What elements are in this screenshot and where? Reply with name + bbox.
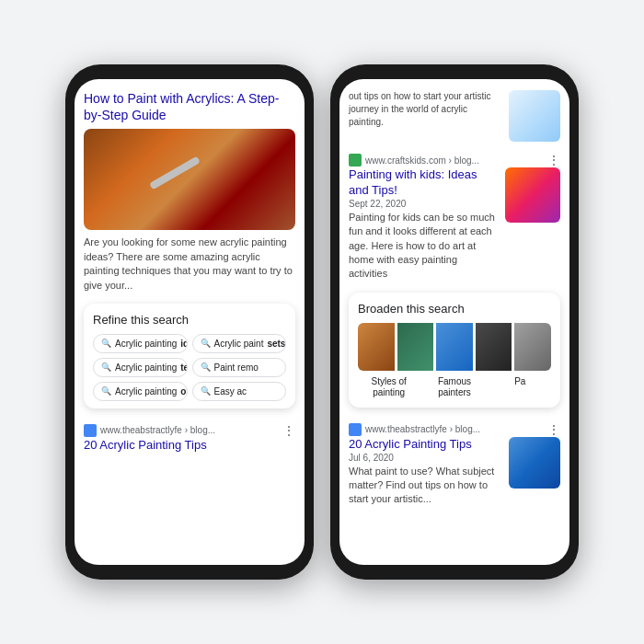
broaden-labels-row: Styles of painting Famous painters Pa [358, 376, 551, 398]
broaden-img-5 [514, 323, 551, 371]
favicon-kids [349, 154, 362, 167]
phone-left: How to Paint with Acrylics: A Step-by-St… [65, 64, 314, 580]
search-icon-chip4: 🔍 [201, 362, 211, 372]
refine-search-box: Refine this search 🔍 Acrylic painting id… [84, 304, 295, 408]
chip-paint-remo[interactable]: 🔍 Paint remo [192, 358, 287, 377]
source-url-left: www.theabstractlyfe › blog... [100, 425, 215, 435]
phone-right: out tips on how to start your artistic j… [330, 64, 579, 580]
chip-easy[interactable]: 🔍 Easy ac [192, 382, 287, 401]
broaden-images-row [358, 323, 551, 371]
source-dots-right[interactable]: ⋮ [547, 422, 560, 437]
phone-left-content: How to Paint with Acrylics: A Step-by-St… [75, 79, 305, 565]
broaden-img-2 [397, 323, 434, 371]
broaden-img-3 [436, 323, 473, 371]
bottom-result-right: www.theabstractlyfe › blog... ⋮ 20 Acryl… [349, 419, 560, 507]
chip-techniques[interactable]: 🔍 Acrylic painting techniques [93, 358, 188, 377]
favicon-right [349, 423, 362, 436]
source-row-right: www.theabstractlyfe › blog... ⋮ [349, 422, 560, 437]
search-icon-chip3: 🔍 [101, 362, 111, 372]
top-snippet-content: out tips on how to start your artistic j… [349, 90, 501, 129]
article-heading: How to Paint with Acrylics: A Step-by-St… [84, 90, 295, 123]
top-snippet-text: out tips on how to start your artistic j… [349, 90, 501, 134]
bottom-article-row: 20 Acrylic Painting Tips Jul 6, 2020 Wha… [349, 437, 560, 507]
bottom-result-title-right[interactable]: 20 Acrylic Painting Tips [349, 437, 501, 453]
refine-heading: Refine this search [93, 313, 286, 327]
broaden-label-styles[interactable]: Styles of painting [358, 376, 420, 398]
phone-left-screen: How to Paint with Acrylics: A Step-by-St… [75, 79, 305, 565]
chip-ideas[interactable]: 🔍 Acrylic painting ideas [93, 334, 188, 353]
kids-image [505, 167, 560, 223]
kids-article-text: Painting with kids: Ideas and Tips! Sept… [349, 167, 498, 282]
source-url-kids: www.craftskids.com › blog... [365, 155, 479, 166]
broaden-label-pa[interactable]: Pa [489, 376, 551, 398]
broaden-img-4 [476, 323, 512, 371]
phone-right-screen: out tips on how to start your artistic j… [339, 79, 569, 565]
source-row-left: www.theabstractlyfe › blog... ⋮ [84, 423, 295, 438]
favicon-left [84, 424, 97, 437]
search-icon-chip6: 🔍 [201, 386, 211, 396]
broaden-label-painters[interactable]: Famous painters [423, 376, 485, 398]
article-snippet: Are you looking for some new acrylic pai… [84, 236, 295, 293]
source-dots-kids[interactable]: ⋮ [547, 153, 560, 167]
scene: How to Paint with Acrylics: A Step-by-St… [65, 64, 579, 580]
bottom-article-text: 20 Acrylic Painting Tips Jul 6, 2020 Wha… [349, 437, 501, 507]
source-row-kids: www.craftskids.com › blog... ⋮ [349, 153, 560, 167]
bottom-date-right: Jul 6, 2020 [349, 453, 501, 463]
search-icon-chip2: 🔍 [201, 339, 211, 348]
kids-snippet: Painting for kids can be so much fun and… [349, 211, 498, 282]
kids-date: Sept 22, 2020 [349, 199, 498, 209]
bottom-snippet-right: What paint to use? What subject matter? … [349, 465, 501, 507]
source-dots-left[interactable]: ⋮ [282, 423, 295, 438]
phone-right-content: out tips on how to start your artistic j… [339, 79, 569, 565]
chip-sets[interactable]: 🔍 Acrylic paint sets [192, 334, 287, 353]
chips-grid: 🔍 Acrylic painting ideas 🔍 Acrylic paint… [93, 334, 286, 401]
broaden-heading: Broaden this search [358, 302, 551, 316]
painting-kids-result: www.craftskids.com › blog... ⋮ Painting … [349, 149, 560, 282]
result-title-left[interactable]: 20 Acrylic Painting Tips [84, 438, 295, 454]
kids-article-row: Painting with kids: Ideas and Tips! Sept… [349, 167, 560, 282]
article-title-left[interactable]: How to Paint with Acrylics: A Step-by-St… [84, 90, 295, 293]
search-icon-chip1: 🔍 [101, 339, 111, 348]
paint-brush-decoration [149, 156, 201, 190]
source-url-right: www.theabstractlyfe › blog... [365, 424, 480, 434]
article-image [84, 129, 295, 230]
search-icon-chip5: 🔍 [101, 386, 111, 396]
bottom-result-left: www.theabstractlyfe › blog... ⋮ 20 Acryl… [84, 420, 295, 454]
chip-online-courses[interactable]: 🔍 Acrylic painting online courses [93, 382, 188, 401]
bottom-image-right [509, 437, 560, 489]
broaden-search-box: Broaden this search Styles of painting F… [349, 293, 560, 408]
top-image-right [509, 90, 560, 142]
top-snippet-row: out tips on how to start your artistic j… [349, 90, 560, 142]
kids-result-title[interactable]: Painting with kids: Ideas and Tips! [349, 167, 498, 199]
broaden-img-1 [358, 323, 395, 371]
